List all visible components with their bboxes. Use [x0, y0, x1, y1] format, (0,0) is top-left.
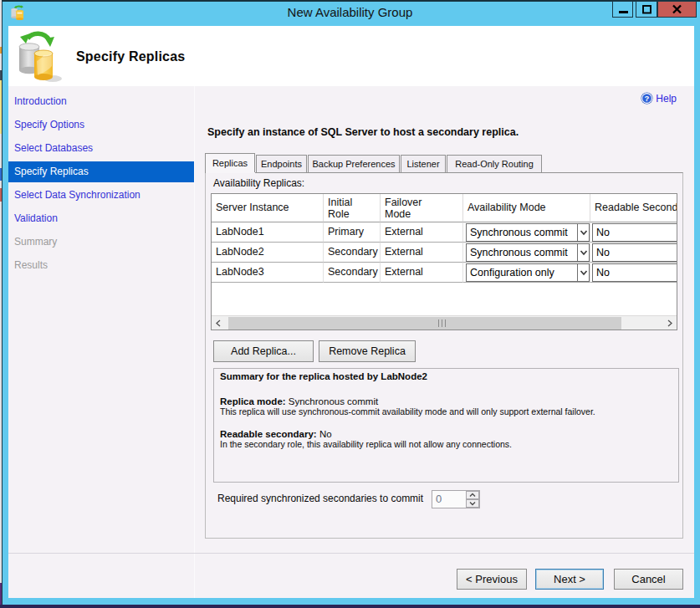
svg-text:?: ?: [645, 94, 650, 103]
